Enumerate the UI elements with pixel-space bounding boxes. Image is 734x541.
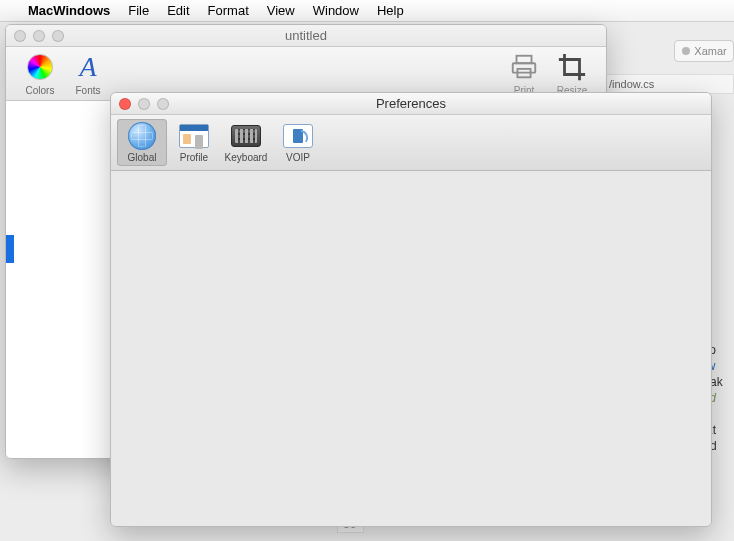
traffic-lights-preferences[interactable] <box>119 98 169 110</box>
menu-file[interactable]: File <box>128 3 149 18</box>
titlebar-untitled[interactable]: untitled <box>6 25 606 47</box>
printer-icon <box>508 51 540 83</box>
tab-profile[interactable]: Profile <box>169 119 219 166</box>
menu-edit[interactable]: Edit <box>167 3 189 18</box>
minimize-button[interactable] <box>138 98 150 110</box>
globe-icon <box>128 122 156 150</box>
tab-keyboard-label: Keyboard <box>225 152 268 163</box>
print-button[interactable]: Print <box>500 51 548 96</box>
font-icon: A <box>79 53 96 81</box>
crop-icon <box>556 51 588 83</box>
close-button[interactable] <box>14 30 26 42</box>
color-wheel-icon <box>27 54 53 80</box>
tab-voip[interactable]: VOIP <box>273 119 323 166</box>
menu-format[interactable]: Format <box>208 3 249 18</box>
voip-icon <box>283 124 313 148</box>
minimize-button[interactable] <box>33 30 45 42</box>
window-preferences[interactable]: Preferences Global Profile Keyboard VOIP <box>110 92 712 527</box>
colors-label: Colors <box>26 85 55 96</box>
tab-keyboard[interactable]: Keyboard <box>221 119 271 166</box>
zoom-button[interactable] <box>157 98 169 110</box>
bg-file-tab: /indow.cs <box>604 74 734 94</box>
zoom-button[interactable] <box>52 30 64 42</box>
toolbar-preferences: Global Profile Keyboard VOIP <box>111 115 711 171</box>
menu-help[interactable]: Help <box>377 3 404 18</box>
bg-xamarin-label: Xamar <box>694 45 726 57</box>
selection-indicator <box>6 235 14 263</box>
tab-profile-label: Profile <box>180 152 208 163</box>
tab-global[interactable]: Global <box>117 119 167 166</box>
fonts-button[interactable]: A Fonts <box>64 51 112 96</box>
tab-voip-label: VOIP <box>286 152 310 163</box>
svg-point-0 <box>682 47 690 55</box>
desktop: Xamar /indow.cs olo ew Mak ind oll ext t… <box>0 22 734 541</box>
tab-global-label: Global <box>128 152 157 163</box>
preferences-body <box>111 171 711 526</box>
titlebar-preferences[interactable]: Preferences <box>111 93 711 115</box>
svg-rect-1 <box>517 56 532 64</box>
menubar: MacWindows File Edit Format View Window … <box>0 0 734 22</box>
menu-view[interactable]: View <box>267 3 295 18</box>
keyboard-icon <box>231 125 261 147</box>
resize-button[interactable]: Resize <box>548 51 596 96</box>
colors-button[interactable]: Colors <box>16 51 64 96</box>
app-menu[interactable]: MacWindows <box>28 3 110 18</box>
close-button[interactable] <box>119 98 131 110</box>
profile-icon <box>179 124 209 148</box>
traffic-lights-untitled[interactable] <box>14 30 64 42</box>
bg-xamarin-tab: Xamar <box>674 40 734 62</box>
fonts-label: Fonts <box>75 85 100 96</box>
window-title: Preferences <box>376 96 446 111</box>
menu-window[interactable]: Window <box>313 3 359 18</box>
window-title: untitled <box>285 28 327 43</box>
